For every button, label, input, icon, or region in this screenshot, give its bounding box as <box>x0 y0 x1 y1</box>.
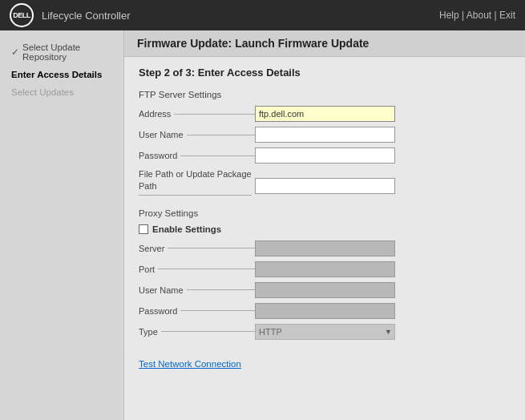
sidebar: ✓ Select Update Repository Enter Access … <box>0 30 124 420</box>
sidebar-item-enter-access-details[interactable]: Enter Access Details <box>6 66 117 83</box>
enable-settings-label: Enable Settings <box>152 224 221 234</box>
password-input[interactable] <box>255 147 395 164</box>
content-area: Firmware Update: Launch Firmware Update … <box>124 30 525 420</box>
sidebar-item-select-updates: Select Updates <box>6 83 117 101</box>
proxy-password-label: Password <box>139 306 255 316</box>
proxy-section-title: Proxy Settings <box>139 208 511 218</box>
ftp-server-settings-section: FTP Server Settings Address User Name <box>139 90 511 196</box>
dell-logo: DELL <box>10 3 34 27</box>
proxy-password-input <box>255 303 395 319</box>
proxy-port-input <box>255 261 395 277</box>
content-header: Firmware Update: Launch Firmware Update <box>124 30 525 57</box>
topbar-nav: Help | About | Exit <box>439 10 515 21</box>
test-network-link[interactable]: Test Network Connection <box>139 359 241 369</box>
proxy-type-wrapper: HTTP HTTPS SOCKS ▼ <box>255 324 395 340</box>
address-row: Address <box>139 106 511 122</box>
nav-sep2: | <box>495 10 497 21</box>
filepath-row: File Path or Update Package Path <box>139 168 511 196</box>
proxy-type-select[interactable]: HTTP HTTPS SOCKS <box>255 324 395 340</box>
proxy-username-row: User Name <box>139 282 511 298</box>
topbar-left: DELL Lifecycle Controller <box>10 3 131 27</box>
checkmark-icon: ✓ <box>11 46 19 58</box>
enable-settings-checkbox[interactable] <box>139 224 148 234</box>
sidebar-item-select-update-repo[interactable]: ✓ Select Update Repository <box>6 38 117 66</box>
password-label: Password <box>139 151 255 160</box>
proxy-username-input <box>255 282 395 298</box>
page-title: Firmware Update: Launch Firmware Update <box>137 37 512 50</box>
app-title: Lifecycle Controller <box>42 10 131 22</box>
enable-settings-row: Enable Settings <box>139 224 511 234</box>
content-body: Step 2 of 3: Enter Access Details FTP Se… <box>124 57 525 379</box>
proxy-username-label: User Name <box>139 285 255 295</box>
proxy-password-row: Password <box>139 303 511 319</box>
topbar: DELL Lifecycle Controller Help | About |… <box>0 0 525 30</box>
filepath-input[interactable] <box>255 178 395 194</box>
address-input[interactable] <box>255 106 395 122</box>
address-label: Address <box>139 109 255 119</box>
ftp-section-title: FTP Server Settings <box>139 90 511 99</box>
username-input[interactable] <box>255 127 395 143</box>
step-title: Step 2 of 3: Enter Access Details <box>139 67 511 79</box>
proxy-port-label: Port <box>139 265 255 274</box>
proxy-settings-section: Proxy Settings Enable Settings Server Po… <box>139 208 511 340</box>
proxy-type-row: Type HTTP HTTPS SOCKS ▼ <box>139 324 511 340</box>
help-link[interactable]: Help <box>439 10 459 21</box>
nav-sep1: | <box>462 10 464 21</box>
proxy-type-label: Type <box>139 327 255 337</box>
proxy-server-label: Server <box>139 244 255 253</box>
sidebar-label-select-updates: Select Updates <box>11 87 74 97</box>
proxy-server-input <box>255 240 395 256</box>
main-layout: ✓ Select Update Repository Enter Access … <box>0 30 525 420</box>
username-label: User Name <box>139 130 255 139</box>
sidebar-label-select-repo: Select Update Repository <box>22 42 112 62</box>
username-row: User Name <box>139 127 511 143</box>
about-link[interactable]: About <box>466 10 491 21</box>
exit-link[interactable]: Exit <box>499 10 515 21</box>
proxy-server-row: Server <box>139 240 511 256</box>
password-row: Password <box>139 147 511 164</box>
proxy-port-row: Port <box>139 261 511 277</box>
filepath-label: File Path or Update Package Path <box>139 168 255 196</box>
sidebar-label-access-details: Enter Access Details <box>11 70 102 79</box>
